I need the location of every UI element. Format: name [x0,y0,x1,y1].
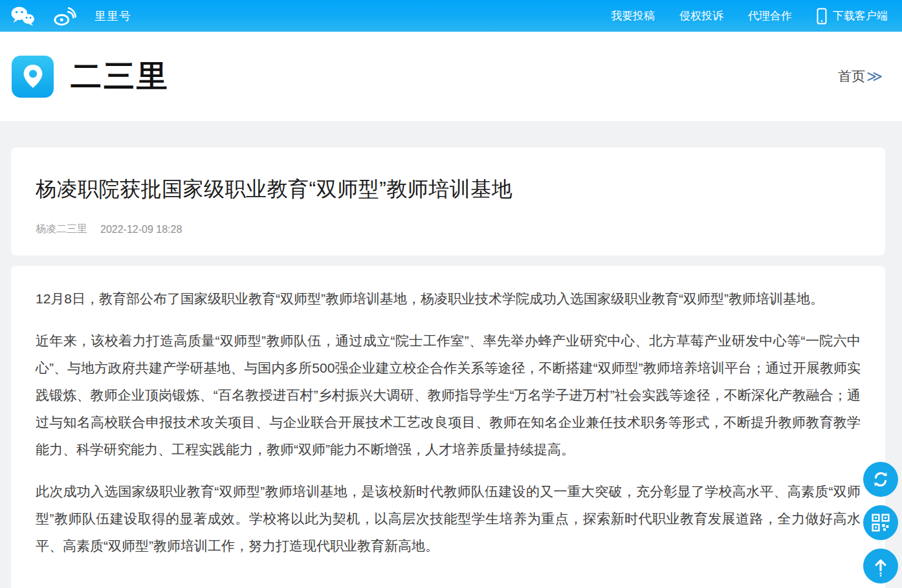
article-header-card: 杨凌职院获批国家级职业教育“双师型”教师培训基地 杨凌二三里 2022-12-0… [11,147,885,256]
wechat-icon[interactable] [10,6,35,27]
page: { "topbar": { "channel": "里里号", "links":… [0,0,902,588]
channel-link[interactable]: 里里号 [94,8,131,24]
article-body-card: 12月8日，教育部公布了国家级职业教育“双师型”教师培训基地，杨凌职业技术学院成… [11,266,885,588]
home-link[interactable]: 首页 ≫ [838,67,883,85]
home-link-label: 首页 [838,67,865,85]
topbar-nav: 我要投稿 侵权投诉 代理合作 下载客户端 [611,8,888,25]
refresh-button[interactable] [863,462,898,497]
article-paragraph: 此次成功入选国家级职业教育“双师型”教师培训基地，是该校新时代教师队伍建设的又一… [36,478,861,560]
arrow-up-icon [870,555,892,577]
qrcode-button[interactable] [863,505,898,540]
refresh-icon [870,468,892,490]
qrcode-icon [871,513,890,532]
article-paragraph: 12月8日，教育部公布了国家级职业教育“双师型”教师培训基地，杨凌职业技术学院成… [36,285,861,312]
back-to-top-button[interactable] [863,549,898,583]
nav-submit-link[interactable]: 我要投稿 [611,8,655,23]
floating-action-stack [863,462,898,583]
article-byline: 杨凌二三里 2022-12-09 18:28 [36,223,861,236]
article-published-time: 2022-12-09 18:28 [100,224,182,235]
brand-wordmark[interactable]: 二三里 [71,56,170,97]
topbar-left: 里里号 [10,6,131,27]
main-content: 杨凌职院获批国家级职业教育“双师型”教师培训基地 杨凌二三里 2022-12-0… [0,121,902,588]
article-paragraphs: 12月8日，教育部公布了国家级职业教育“双师型”教师培训基地，杨凌职业技术学院成… [36,285,861,560]
article-paragraph: 近年来，该校着力打造高质量“双师型”教师队伍，通过成立“院士工作室”、率先举办蜂… [36,327,861,463]
download-client-label: 下载客户端 [833,8,888,23]
nav-agency-link[interactable]: 代理合作 [748,8,792,23]
phone-icon [817,8,827,25]
weibo-icon[interactable] [53,6,76,26]
topbar: 里里号 我要投稿 侵权投诉 代理合作 下载客户端 [0,0,902,32]
article-author: 杨凌二三里 [36,223,87,236]
location-pin-icon [18,61,48,91]
article-title: 杨凌职院获批国家级职业教育“双师型”教师培训基地 [36,175,861,204]
site-header: 二三里 首页 ≫ [0,32,902,121]
site-logo[interactable] [12,56,54,98]
nav-complaint-link[interactable]: 侵权投诉 [679,8,723,23]
download-client-link[interactable]: 下载客户端 [817,8,888,25]
double-chevron-icon: ≫ [866,69,883,84]
